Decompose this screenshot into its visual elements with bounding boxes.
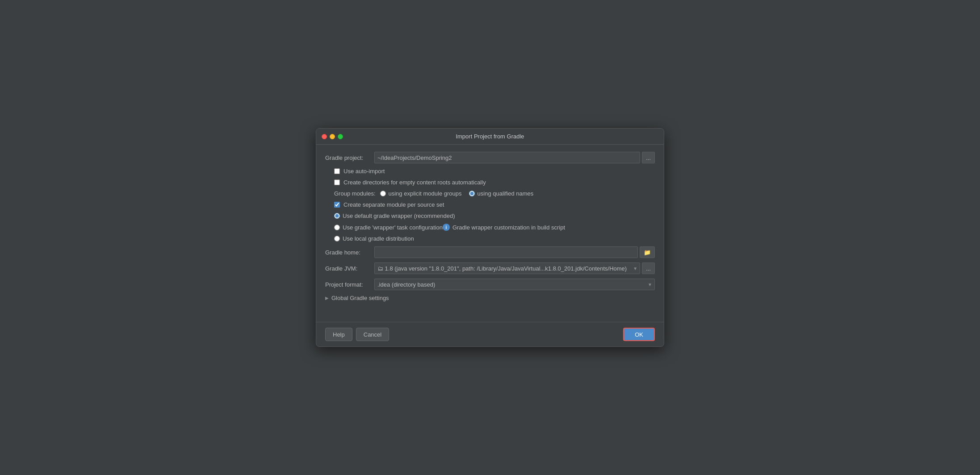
use-wrapper-task-radio[interactable] [334,225,340,230]
create-separate-module-row: Create separate module per source set [334,201,655,208]
project-format-row: Project format: .idea (directory based) … [325,279,655,290]
group-modules-row: Group modules: using explicit module gro… [334,190,655,197]
ok-button[interactable]: OK [623,328,655,341]
create-dirs-label[interactable]: Create directories for empty content roo… [343,179,486,186]
gradle-jvm-label: Gradle JVM: [325,265,374,272]
use-wrapper-task-row: Use gradle 'wrapper' task configuration … [334,224,655,231]
footer-left-buttons: Help Cancel [325,328,389,341]
project-format-select[interactable]: .idea (directory based) [374,279,655,290]
gradle-jvm-select-wrapper: 🗂 1.8 (java version "1.8.0_201", path: /… [374,262,640,274]
browse-icon: ... [646,265,651,272]
radio-qualified-label[interactable]: using qualified names [477,190,534,197]
cancel-button[interactable]: Cancel [356,328,389,341]
dialog-title: Import Project from Gradle [456,133,524,140]
use-local-gradle-radio[interactable] [334,236,340,242]
use-default-wrapper-radio[interactable] [334,213,340,219]
gradle-home-browse-button[interactable]: 📁 [640,246,655,258]
triangle-icon: ▶ [325,296,329,300]
help-button[interactable]: Help [325,328,352,341]
gradle-home-row: Gradle home: 📁 [325,246,655,258]
use-default-wrapper-label[interactable]: Use default gradle wrapper (recommended) [343,212,455,219]
use-wrapper-task-label[interactable]: Use gradle 'wrapper' task configuration [343,224,443,231]
project-format-label: Project format: [325,281,374,288]
radio-qualified[interactable] [469,191,475,196]
radio-explicit-option: using explicit module groups [380,190,462,197]
use-auto-import-row: Use auto-import [334,168,655,175]
dialog-footer: Help Cancel OK [316,322,664,346]
dialog-content: Gradle project: ... Use auto-import Crea… [316,145,664,313]
radio-explicit-label[interactable]: using explicit module groups [389,190,462,197]
minimize-button[interactable] [330,134,335,139]
create-separate-module-label[interactable]: Create separate module per source set [343,201,444,208]
gradle-home-label: Gradle home: [325,249,374,256]
use-default-wrapper-row: Use default gradle wrapper (recommended) [334,212,655,219]
gradle-project-browse-button[interactable]: ... [642,152,655,163]
gradle-wrapper-info-text: Gradle wrapper customization in build sc… [452,224,565,231]
use-auto-import-checkbox[interactable] [334,168,340,174]
gradle-jvm-select[interactable]: 🗂 1.8 (java version "1.8.0_201", path: /… [374,262,640,274]
create-dirs-checkbox[interactable] [334,179,340,185]
info-icon: i [443,224,450,231]
close-button[interactable] [322,134,327,139]
group-modules-label: Group modules: [334,190,376,197]
create-dirs-row: Create directories for empty content roo… [334,179,655,186]
use-auto-import-label[interactable]: Use auto-import [343,168,385,175]
global-gradle-settings-row[interactable]: ▶ Global Gradle settings [325,295,655,301]
gradle-home-input-wrapper [374,246,638,258]
gradle-jvm-browse-button[interactable]: ... [642,262,655,274]
create-separate-module-checkbox[interactable] [334,202,340,208]
title-bar: Import Project from Gradle [316,129,664,145]
project-format-select-wrapper: .idea (directory based) ▼ [374,279,655,290]
gradle-jvm-row: Gradle JVM: 🗂 1.8 (java version "1.8.0_2… [325,262,655,274]
use-local-gradle-row: Use local gradle distribution [334,235,655,242]
radio-explicit[interactable] [380,191,386,196]
gradle-project-input[interactable] [374,152,640,163]
traffic-lights [322,134,343,139]
gradle-project-row: Gradle project: ... [325,152,655,163]
gradle-home-input[interactable] [374,246,638,258]
folder-icon: 📁 [644,249,651,256]
use-local-gradle-label[interactable]: Use local gradle distribution [343,235,414,242]
radio-qualified-option: using qualified names [469,190,534,197]
global-gradle-settings-label: Global Gradle settings [331,295,389,301]
maximize-button[interactable] [338,134,343,139]
gradle-project-label: Gradle project: [325,154,374,161]
import-dialog: Import Project from Gradle Gradle projec… [316,128,664,347]
